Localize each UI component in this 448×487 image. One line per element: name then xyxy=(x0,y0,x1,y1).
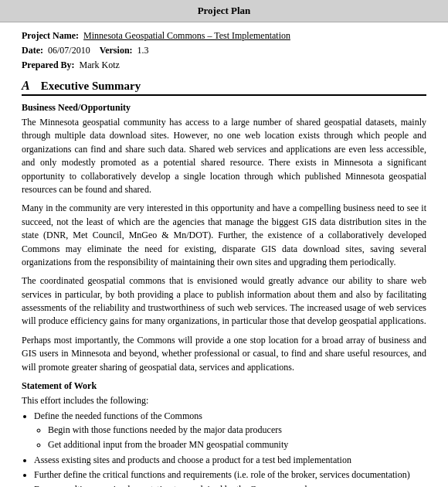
list-item: Define the needed functions of the Commo… xyxy=(34,410,426,451)
date-value: 06/07/2010 xyxy=(48,45,90,56)
list-item: Assess existing sites and products and c… xyxy=(34,454,426,467)
section-title: Executive Summary xyxy=(41,80,141,93)
subsection-title-work: Statement of Work xyxy=(22,380,426,392)
sub-bullet-0-1: Get additional input from the broader MN… xyxy=(48,439,288,450)
bullet-text-0: Define the needed functions of the Commo… xyxy=(34,410,202,421)
sub-bullet-0-0: Begin with those functions needed by the… xyxy=(48,424,282,435)
bullet-text-3: Form a multi agency implementation team … xyxy=(34,484,331,487)
sub-bullet-list-0: Begin with those functions needed by the… xyxy=(48,424,426,452)
prepared-by-value: Mark Kotz xyxy=(80,60,120,70)
page: Project Plan Project Name: Minnesota Geo… xyxy=(0,0,448,487)
sub-list-item: Get additional input from the broader MN… xyxy=(48,438,426,451)
bullet-text-2: Further define the critical functions an… xyxy=(34,469,410,480)
page-title: Project Plan xyxy=(198,5,251,16)
subsection-title-business: Business Need/Opportunity xyxy=(22,102,426,114)
version-value: 1.3 xyxy=(137,45,149,56)
paragraph-1: The Minnesota geospatial community has a… xyxy=(22,116,426,196)
paragraph-3: The coordinated geospatial commons that … xyxy=(22,274,426,329)
sub-list-item: Begin with those functions needed by the… xyxy=(48,424,426,437)
prepared-by-line: Prepared By: Mark Kotz xyxy=(22,60,426,71)
date-version-line: Date: 06/07/2010 Version: 1.3 xyxy=(22,45,426,56)
list-item: Form a multi agency implementation team … xyxy=(34,483,426,487)
page-header: Project Plan xyxy=(0,0,448,22)
paragraph-2: Many in the community are very intereste… xyxy=(22,202,426,269)
statement-intro: This effort includes the following: xyxy=(22,394,426,407)
statement-bullets: Define the needed functions of the Commo… xyxy=(34,410,426,487)
content-area: Project Name: Minnesota Geospatial Commo… xyxy=(0,22,448,487)
version-label: Version: xyxy=(100,45,133,56)
section-letter: A xyxy=(22,79,30,93)
project-name-line: Project Name: Minnesota Geospatial Commo… xyxy=(22,30,426,42)
bullet-text-1: Assess existing sites and products and c… xyxy=(34,455,351,465)
list-item: Further define the critical functions an… xyxy=(34,468,426,482)
date-label: Date: xyxy=(22,45,43,56)
paragraph-4: Perhaps most importantly, the Commons wi… xyxy=(22,334,426,374)
prepared-by-label: Prepared By: xyxy=(22,60,75,70)
project-name-value: Minnesota Geospatial Commons – Test Impl… xyxy=(83,30,290,41)
section-a-header: A Executive Summary xyxy=(22,79,426,96)
project-name-label: Project Name: xyxy=(22,30,79,41)
